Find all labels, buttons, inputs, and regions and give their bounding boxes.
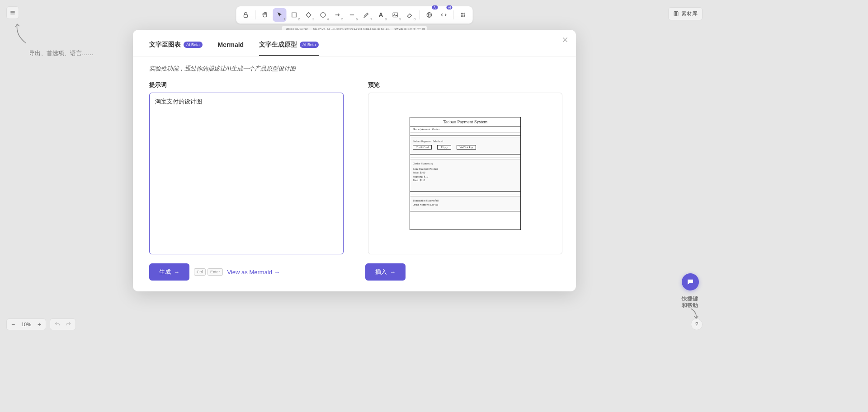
tab-text-to-prototype[interactable]: 文字生成原型 AI Beta: [259, 41, 319, 56]
wf-order-item: Item: Example Product: [413, 167, 518, 171]
ai-beta-badge: AI Beta: [184, 42, 203, 48]
tab-mermaid[interactable]: Mermaid: [218, 41, 244, 56]
wf-payment-head: Select Payment Method: [413, 140, 518, 143]
wf-order-price: Price: $100: [413, 171, 518, 174]
arrow-right-icon: →: [390, 269, 396, 276]
shortcut-hint: Ctrl Enter: [194, 268, 223, 276]
wf-order-total: Total: $110: [413, 178, 518, 182]
insert-button[interactable]: 插入 →: [365, 263, 406, 281]
wf-pm-alipay: Alipay: [437, 145, 451, 150]
wf-nav: Home | Account | Orders: [410, 126, 520, 132]
mermaid-link-label: View as Mermaid: [227, 269, 272, 276]
kbd-enter: Enter: [208, 268, 223, 276]
preview-label: 预览: [368, 81, 562, 89]
tab-label: Mermaid: [218, 41, 244, 48]
tab-label: 文字至图表: [149, 41, 181, 49]
prompt-label: 提示词: [149, 81, 344, 89]
preview-box: Taobao Payment System Home | Account | O…: [368, 93, 562, 254]
insert-label: 插入: [375, 268, 387, 276]
wf-order-shipping: Shipping: $10: [413, 175, 518, 178]
arrow-right-icon: →: [274, 269, 280, 276]
wireframe-preview: Taobao Payment System Home | Account | O…: [410, 117, 521, 230]
experimental-note: 实验性功能，通过你的描述让AI生成一个产品原型设计图: [149, 65, 560, 73]
tab-label: 文字生成原型: [259, 41, 297, 49]
tab-text-to-diagram[interactable]: 文字至图表 AI Beta: [149, 41, 203, 56]
view-as-mermaid-link[interactable]: View as Mermaid →: [227, 269, 280, 276]
arrow-right-icon: →: [174, 269, 179, 276]
ai-generate-modal: 文字至图表 AI Beta Mermaid 文字生成原型 AI Beta 实验性…: [133, 30, 576, 291]
generate-label: 生成: [159, 268, 171, 276]
wf-pm-wechat: WeChat Pay: [457, 145, 476, 150]
ai-beta-badge: AI Beta: [300, 42, 319, 48]
close-icon: [561, 36, 569, 43]
modal-close-button[interactable]: [561, 36, 569, 46]
generate-button[interactable]: 生成 →: [149, 263, 189, 281]
modal-backdrop: 文字至图表 AI Beta Mermaid 文字生成原型 AI Beta 实验性…: [0, 0, 709, 337]
prompt-textarea[interactable]: [149, 93, 344, 254]
wf-order-head: Order Summary: [413, 162, 518, 165]
wf-pm-credit: Credit Card: [413, 145, 432, 150]
modal-tabs: 文字至图表 AI Beta Mermaid 文字生成原型 AI Beta: [133, 30, 576, 56]
wf-title: Taobao Payment System: [410, 117, 520, 126]
wf-txn-success: Transaction Successful!: [413, 199, 518, 202]
wf-txn-number: Order Number: 123456: [413, 203, 518, 206]
modal-body: 实验性功能，通过你的描述让AI生成一个产品原型设计图 提示词 预览 Taobao…: [133, 56, 576, 291]
kbd-ctrl: Ctrl: [194, 268, 206, 276]
